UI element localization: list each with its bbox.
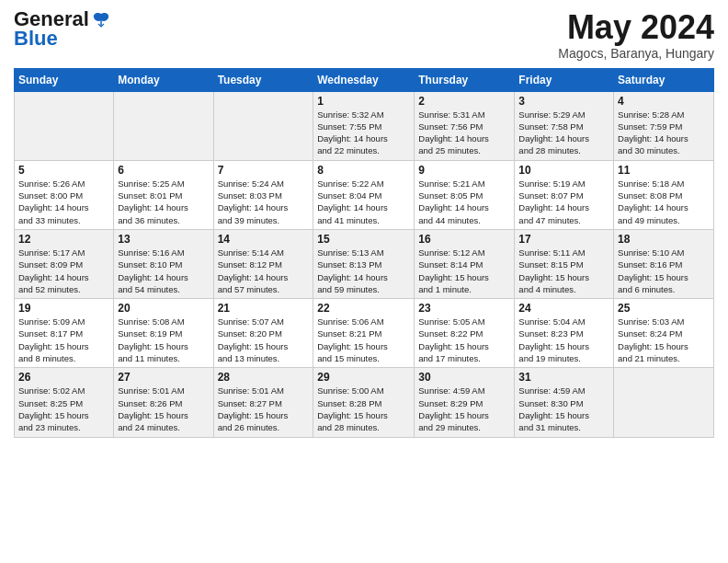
calendar-cell: 5Sunrise: 5:26 AM Sunset: 8:00 PM Daylig…	[15, 160, 114, 229]
day-number: 19	[18, 302, 109, 315]
day-info: Sunrise: 5:21 AM Sunset: 8:05 PM Dayligh…	[418, 178, 510, 226]
day-number: 11	[618, 164, 710, 177]
calendar-cell: 21Sunrise: 5:07 AM Sunset: 8:20 PM Dayli…	[213, 299, 313, 368]
calendar-cell: 28Sunrise: 5:01 AM Sunset: 8:27 PM Dayli…	[213, 368, 313, 437]
day-number: 7	[218, 164, 310, 177]
day-info: Sunrise: 5:19 AM Sunset: 8:07 PM Dayligh…	[518, 178, 609, 226]
calendar-week-5: 26Sunrise: 5:02 AM Sunset: 8:25 PM Dayli…	[15, 368, 714, 437]
day-info: Sunrise: 5:11 AM Sunset: 8:15 PM Dayligh…	[518, 247, 609, 295]
day-number: 9	[418, 164, 510, 177]
title-area: May 2024 Magocs, Baranya, Hungary	[558, 9, 714, 61]
day-info: Sunrise: 5:31 AM Sunset: 7:56 PM Dayligh…	[418, 109, 510, 157]
calendar-cell: 12Sunrise: 5:17 AM Sunset: 8:09 PM Dayli…	[15, 229, 114, 298]
day-info: Sunrise: 5:22 AM Sunset: 8:04 PM Dayligh…	[317, 178, 410, 226]
day-number: 20	[118, 302, 209, 315]
calendar-cell: 24Sunrise: 5:04 AM Sunset: 8:23 PM Dayli…	[515, 299, 614, 368]
logo-bird-icon	[91, 10, 111, 30]
day-number: 30	[418, 371, 510, 384]
calendar-cell	[614, 368, 714, 437]
day-info: Sunrise: 5:29 AM Sunset: 7:58 PM Dayligh…	[518, 109, 609, 157]
calendar-cell: 7Sunrise: 5:24 AM Sunset: 8:03 PM Daylig…	[213, 160, 313, 229]
day-number: 4	[618, 95, 710, 108]
day-number: 2	[418, 95, 510, 108]
day-info: Sunrise: 5:07 AM Sunset: 8:20 PM Dayligh…	[218, 316, 310, 364]
day-number: 24	[518, 302, 609, 315]
calendar-header-monday: Monday	[114, 68, 213, 91]
day-info: Sunrise: 5:25 AM Sunset: 8:01 PM Dayligh…	[118, 178, 209, 226]
calendar-cell: 20Sunrise: 5:08 AM Sunset: 8:19 PM Dayli…	[114, 299, 213, 368]
day-info: Sunrise: 5:01 AM Sunset: 8:27 PM Dayligh…	[218, 385, 310, 433]
day-number: 10	[518, 164, 609, 177]
day-number: 31	[518, 371, 609, 384]
day-number: 16	[418, 233, 510, 246]
day-info: Sunrise: 5:26 AM Sunset: 8:00 PM Dayligh…	[18, 178, 109, 226]
calendar-cell: 23Sunrise: 5:05 AM Sunset: 8:22 PM Dayli…	[415, 299, 515, 368]
day-info: Sunrise: 5:32 AM Sunset: 7:55 PM Dayligh…	[317, 109, 410, 157]
day-info: Sunrise: 5:01 AM Sunset: 8:26 PM Dayligh…	[118, 385, 209, 433]
calendar-cell: 1Sunrise: 5:32 AM Sunset: 7:55 PM Daylig…	[313, 91, 415, 160]
day-number: 22	[317, 302, 410, 315]
day-info: Sunrise: 4:59 AM Sunset: 8:30 PM Dayligh…	[518, 385, 609, 433]
day-info: Sunrise: 5:18 AM Sunset: 8:08 PM Dayligh…	[618, 178, 710, 226]
day-info: Sunrise: 5:05 AM Sunset: 8:22 PM Dayligh…	[418, 316, 510, 364]
logo: General Blue	[14, 9, 89, 49]
page: General Blue May 2024 Magocs, Baranya, H…	[0, 0, 728, 452]
calendar-header-friday: Friday	[515, 68, 614, 91]
month-title: May 2024	[558, 9, 714, 46]
day-info: Sunrise: 5:02 AM Sunset: 8:25 PM Dayligh…	[18, 385, 109, 433]
calendar-cell: 26Sunrise: 5:02 AM Sunset: 8:25 PM Dayli…	[15, 368, 114, 437]
calendar-week-2: 5Sunrise: 5:26 AM Sunset: 8:00 PM Daylig…	[15, 160, 714, 229]
calendar-cell: 25Sunrise: 5:03 AM Sunset: 8:24 PM Dayli…	[614, 299, 714, 368]
header: General Blue May 2024 Magocs, Baranya, H…	[14, 9, 714, 61]
day-info: Sunrise: 5:08 AM Sunset: 8:19 PM Dayligh…	[118, 316, 209, 364]
calendar-cell: 9Sunrise: 5:21 AM Sunset: 8:05 PM Daylig…	[415, 160, 515, 229]
calendar-week-1: 1Sunrise: 5:32 AM Sunset: 7:55 PM Daylig…	[15, 91, 714, 160]
calendar-cell: 13Sunrise: 5:16 AM Sunset: 8:10 PM Dayli…	[114, 229, 213, 298]
day-info: Sunrise: 5:28 AM Sunset: 7:59 PM Dayligh…	[618, 109, 710, 157]
day-info: Sunrise: 5:04 AM Sunset: 8:23 PM Dayligh…	[518, 316, 609, 364]
day-info: Sunrise: 5:14 AM Sunset: 8:12 PM Dayligh…	[218, 247, 310, 295]
day-info: Sunrise: 5:03 AM Sunset: 8:24 PM Dayligh…	[618, 316, 710, 364]
calendar-header-row: SundayMondayTuesdayWednesdayThursdayFrid…	[15, 68, 714, 91]
day-info: Sunrise: 5:16 AM Sunset: 8:10 PM Dayligh…	[118, 247, 209, 295]
day-number: 21	[218, 302, 310, 315]
calendar-cell: 10Sunrise: 5:19 AM Sunset: 8:07 PM Dayli…	[515, 160, 614, 229]
day-info: Sunrise: 5:13 AM Sunset: 8:13 PM Dayligh…	[317, 247, 410, 295]
day-number: 27	[118, 371, 209, 384]
day-info: Sunrise: 5:06 AM Sunset: 8:21 PM Dayligh…	[317, 316, 410, 364]
day-number: 14	[218, 233, 310, 246]
calendar-header-saturday: Saturday	[614, 68, 714, 91]
calendar-cell: 31Sunrise: 4:59 AM Sunset: 8:30 PM Dayli…	[515, 368, 614, 437]
calendar-cell: 27Sunrise: 5:01 AM Sunset: 8:26 PM Dayli…	[114, 368, 213, 437]
day-number: 5	[18, 164, 109, 177]
day-number: 25	[618, 302, 710, 315]
calendar-cell: 8Sunrise: 5:22 AM Sunset: 8:04 PM Daylig…	[313, 160, 415, 229]
day-info: Sunrise: 4:59 AM Sunset: 8:29 PM Dayligh…	[418, 385, 510, 433]
day-info: Sunrise: 5:17 AM Sunset: 8:09 PM Dayligh…	[18, 247, 109, 295]
calendar-cell: 17Sunrise: 5:11 AM Sunset: 8:15 PM Dayli…	[515, 229, 614, 298]
day-number: 26	[18, 371, 109, 384]
calendar-header-sunday: Sunday	[15, 68, 114, 91]
day-info: Sunrise: 5:24 AM Sunset: 8:03 PM Dayligh…	[218, 178, 310, 226]
day-number: 6	[118, 164, 209, 177]
location: Magocs, Baranya, Hungary	[558, 46, 714, 61]
calendar-cell: 30Sunrise: 4:59 AM Sunset: 8:29 PM Dayli…	[415, 368, 515, 437]
day-number: 23	[418, 302, 510, 315]
calendar-header-tuesday: Tuesday	[213, 68, 313, 91]
day-number: 28	[218, 371, 310, 384]
calendar-cell: 3Sunrise: 5:29 AM Sunset: 7:58 PM Daylig…	[515, 91, 614, 160]
calendar-cell	[114, 91, 213, 160]
day-info: Sunrise: 5:09 AM Sunset: 8:17 PM Dayligh…	[18, 316, 109, 364]
calendar-cell	[213, 91, 313, 160]
day-number: 12	[18, 233, 109, 246]
logo-blue: Blue	[14, 29, 58, 49]
day-number: 1	[317, 95, 410, 108]
day-info: Sunrise: 5:00 AM Sunset: 8:28 PM Dayligh…	[317, 385, 410, 433]
day-number: 18	[618, 233, 710, 246]
calendar-header-wednesday: Wednesday	[313, 68, 415, 91]
calendar-cell: 11Sunrise: 5:18 AM Sunset: 8:08 PM Dayli…	[614, 160, 714, 229]
day-number: 8	[317, 164, 410, 177]
day-number: 13	[118, 233, 209, 246]
calendar-cell: 15Sunrise: 5:13 AM Sunset: 8:13 PM Dayli…	[313, 229, 415, 298]
calendar-cell: 19Sunrise: 5:09 AM Sunset: 8:17 PM Dayli…	[15, 299, 114, 368]
